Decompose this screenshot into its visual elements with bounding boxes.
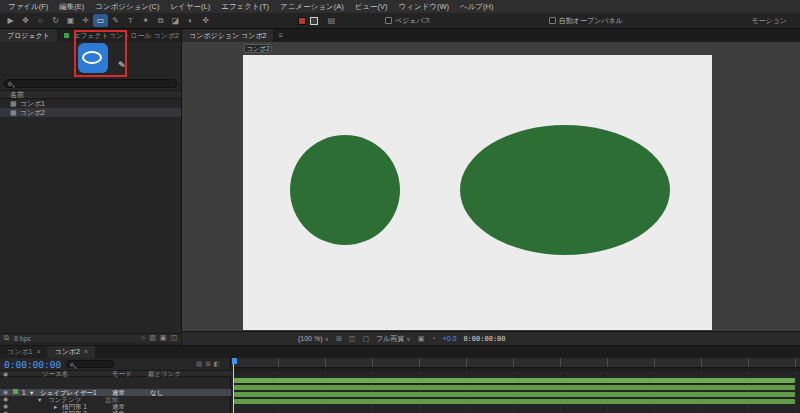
fast-previews-icon[interactable]: ▣ xyxy=(418,335,425,343)
pan-behind-tool-icon[interactable]: ✛ xyxy=(78,14,93,27)
project-item-comp2[interactable]: ▦コンポ2 xyxy=(0,108,181,117)
layer-name[interactable]: シェイプレイヤー1 xyxy=(40,389,97,396)
property-name[interactable]: 楕円形 1 xyxy=(62,403,87,410)
mode-column[interactable]: モード xyxy=(112,371,132,377)
playhead-line[interactable] xyxy=(233,358,234,413)
stroke-options-icon[interactable]: ▤ xyxy=(324,14,339,27)
delete-icon[interactable]: ◫ xyxy=(170,334,177,342)
current-time-display[interactable]: 0:00:00:00 xyxy=(4,359,61,370)
parent-link-column[interactable]: 親とリンク xyxy=(148,371,181,377)
new-folder-icon[interactable]: ▥ xyxy=(149,334,156,342)
flowchart-icon[interactable]: ⧉ xyxy=(4,334,9,342)
bezier-path-checkbox[interactable] xyxy=(385,17,392,24)
tab-composition[interactable]: コンポジション コンポ2 xyxy=(182,29,273,42)
fill-color-swatch[interactable] xyxy=(298,17,306,25)
group-duration-bar[interactable] xyxy=(234,399,795,404)
roto-brush-tool-icon[interactable]: ◐ xyxy=(183,14,198,27)
property-row-ellipse-1[interactable]: ◉ ▸ 楕円形 1 通常 xyxy=(0,403,231,410)
parent-value[interactable]: なし xyxy=(150,389,163,396)
menu-item-edit[interactable]: 編集(E) xyxy=(59,2,84,12)
tab-timeline-comp2[interactable]: コンポ2 × xyxy=(47,346,94,358)
magnification-select[interactable]: (100 %) ∨ xyxy=(298,335,329,342)
camera-view-icon[interactable]: ◔ xyxy=(431,335,435,342)
viewer-timecode[interactable]: 0:00:00:00 xyxy=(463,335,505,343)
color-depth-button[interactable]: 8 bpc xyxy=(14,335,31,342)
shape-tool-icon[interactable]: ▭ xyxy=(93,14,108,27)
region-of-interest-icon[interactable]: ▢ xyxy=(362,335,369,343)
green-ellipse-shape[interactable] xyxy=(460,125,670,255)
blend-mode-value[interactable]: 通常 xyxy=(112,389,125,396)
tab-timeline-comp1[interactable]: コンポ1 × xyxy=(0,346,47,358)
after-effects-window: ファイル(F) 編集(E) コンポジション(C) レイヤー(L) エフェクト(T… xyxy=(0,0,800,413)
blend-mode-value[interactable]: 通常 xyxy=(112,403,125,410)
workspace-label[interactable]: モーション xyxy=(751,16,787,26)
twirl-icon[interactable]: ▸ xyxy=(54,403,57,410)
property-row-contents[interactable]: ◉ ▾ コンテンツ 追加: xyxy=(0,396,231,403)
twirl-icon[interactable]: ▾ xyxy=(38,396,41,403)
menu-item-animation[interactable]: アニメーション(A) xyxy=(280,2,344,12)
selection-tool-icon[interactable]: ▶ xyxy=(3,14,18,27)
green-circle-shape[interactable] xyxy=(290,135,400,245)
brush-tool-icon[interactable]: ✦ xyxy=(138,14,153,27)
name-column-header[interactable]: 名前 xyxy=(0,90,181,99)
group-duration-bar[interactable] xyxy=(234,392,795,397)
add-button[interactable]: 追加: xyxy=(105,396,120,403)
menu-item-help[interactable]: ヘルプ(H) xyxy=(460,2,493,12)
project-footer: ⧉ 8 bpc ○ ▥ ▣ ◫ xyxy=(0,333,181,342)
label-color-chip[interactable] xyxy=(13,389,18,394)
exposure-value[interactable]: +0.0 xyxy=(443,335,457,342)
close-icon[interactable]: × xyxy=(84,346,88,358)
playhead-handle[interactable] xyxy=(232,358,237,364)
visibility-icon[interactable]: ◉ xyxy=(3,396,8,403)
visibility-icon[interactable]: ◉ xyxy=(3,389,8,396)
composition-tabbar: コンポジション コンポ2 ≡ xyxy=(182,29,800,42)
project-search-input[interactable] xyxy=(4,79,177,88)
tab-project[interactable]: プロジェクト xyxy=(0,29,57,42)
search-icon xyxy=(8,82,12,86)
menu-item-layer[interactable]: レイヤー(L) xyxy=(170,2,210,12)
tab-project-label: プロジェクト xyxy=(7,29,50,42)
auto-open-checkbox[interactable] xyxy=(549,17,556,24)
source-name-column[interactable]: ソース名 xyxy=(42,371,68,377)
clone-stamp-tool-icon[interactable]: ⧉ xyxy=(153,14,168,27)
hand-tool-icon[interactable]: ✥ xyxy=(18,14,33,27)
menu-item-effect[interactable]: エフェクト(T) xyxy=(221,2,269,12)
property-name[interactable]: コンテンツ xyxy=(48,396,81,403)
layer-duration-bar[interactable] xyxy=(234,378,795,383)
stroke-color-swatch[interactable] xyxy=(310,17,318,25)
tool-bar: ▶ ✥ ○ ↻ ▣ ✛ ▭ ✎ T ✦ ⧉ ◪ ◐ ✜ ▤ ベジェパス 自動オー… xyxy=(0,13,800,29)
layer-row-shape-layer-1[interactable]: ◉ 1 ▾ シェイプレイヤー1 通常 なし xyxy=(0,389,231,396)
group-duration-bar[interactable] xyxy=(234,385,795,390)
mask-visibility-icon[interactable]: ◫ xyxy=(349,335,356,343)
timeline-track-area xyxy=(232,358,800,413)
pen-tool-icon[interactable]: ✎ xyxy=(108,14,123,27)
timeline-view-options-icons[interactable]: ▤⊞◧ xyxy=(196,360,223,368)
eraser-tool-icon[interactable]: ◪ xyxy=(168,14,183,27)
menu-item-view[interactable]: ビュー(V) xyxy=(355,2,388,12)
resolution-value: フル画質 xyxy=(376,335,404,342)
layer-outline: 0:00:00:00 ▤⊞◧ ◉ ソース名 モード 親とリンク ◉ 1 ▾ シェ… xyxy=(0,358,231,413)
close-icon[interactable]: × xyxy=(36,346,40,358)
composition-canvas[interactable] xyxy=(243,55,712,330)
time-ruler[interactable] xyxy=(232,358,800,368)
visibility-icon[interactable]: ◉ xyxy=(3,403,8,410)
timeline-search-input[interactable] xyxy=(66,360,114,368)
twirl-icon[interactable]: ▾ xyxy=(30,389,33,396)
composition-panel: コンポジション コンポ2 ≡ コンポ2 (100 %) ∨ ⊞ ◫ ▢ フル画質… xyxy=(182,29,800,345)
zoom-tool-icon[interactable]: ○ xyxy=(33,14,48,27)
resolution-select[interactable]: フル画質 ∨ xyxy=(376,334,411,344)
comp-navigator-button[interactable]: コンポ2 xyxy=(244,44,272,53)
search-icon xyxy=(70,363,74,367)
menu-item-window[interactable]: ウィンドウ(W) xyxy=(399,2,449,12)
new-composition-icon[interactable]: ▣ xyxy=(160,334,167,342)
grid-guides-icon[interactable]: ⊞ xyxy=(336,335,342,343)
type-tool-icon[interactable]: T xyxy=(123,14,138,27)
project-item-comp1[interactable]: ▦コンポ1 xyxy=(0,99,181,108)
camera-tool-icon[interactable]: ▣ xyxy=(63,14,78,27)
find-icon[interactable]: ○ xyxy=(141,334,145,342)
orbit-camera-tool-icon[interactable]: ↻ xyxy=(48,14,63,27)
puppet-pin-tool-icon[interactable]: ✜ xyxy=(198,14,213,27)
menu-item-composition[interactable]: コンポジション(C) xyxy=(95,2,159,12)
panel-menu-icon[interactable]: ≡ xyxy=(273,29,288,42)
menu-item-file[interactable]: ファイル(F) xyxy=(8,2,48,12)
